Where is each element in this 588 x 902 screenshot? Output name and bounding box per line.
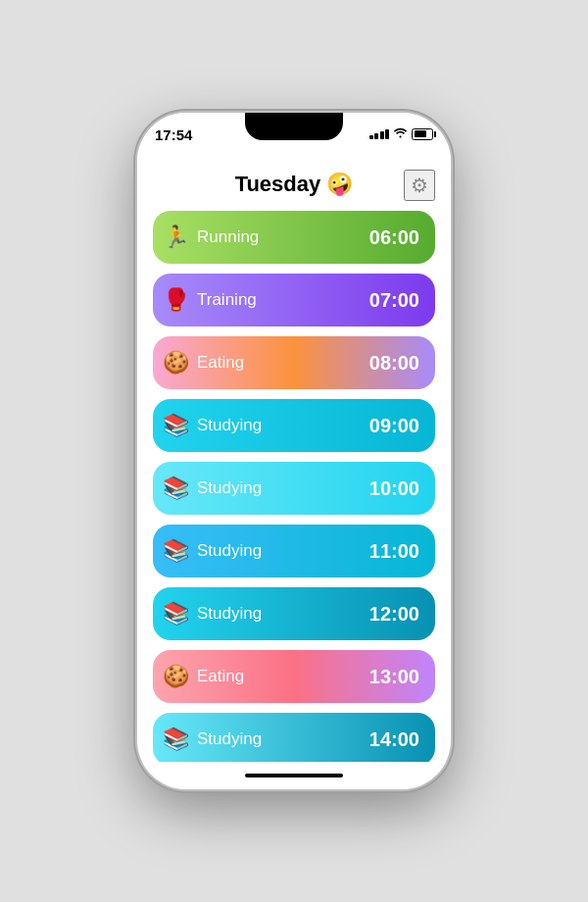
schedule-item[interactable]: 📚 Studying 09:00 (153, 399, 435, 452)
schedule-item[interactable]: 📚 Studying 14:00 (153, 713, 435, 762)
schedule-item[interactable]: 🥊 Training 07:00 (153, 274, 435, 326)
item-left: 📚 Studying (163, 603, 262, 625)
item-time: 07:00 (369, 289, 419, 312)
item-time: 11:00 (369, 540, 419, 563)
wifi-icon (393, 126, 408, 141)
home-bar (245, 774, 343, 777)
item-emoji: 🍪 (163, 352, 189, 374)
item-left: 🥊 Training (163, 289, 257, 311)
item-emoji: 📚 (163, 415, 189, 436)
schedule-item[interactable]: 🏃 Running 06:00 (153, 211, 435, 264)
item-left: 📚 Studying (163, 728, 262, 750)
item-emoji: 📚 (163, 728, 189, 750)
item-left: 📚 Studying (163, 540, 262, 562)
item-time: 09:00 (369, 415, 419, 437)
item-emoji: 🏃 (163, 226, 189, 248)
status-icons (369, 126, 434, 141)
item-label: Eating (197, 667, 244, 686)
schedule-item[interactable]: 🍪 Eating 13:00 (153, 650, 435, 703)
item-emoji: 📚 (163, 477, 189, 499)
item-time: 08:00 (369, 352, 419, 375)
schedule-item[interactable]: 📚 Studying 11:00 (153, 525, 435, 577)
status-time: 17:54 (155, 126, 192, 143)
item-emoji: 📚 (163, 540, 189, 562)
item-emoji: 🥊 (163, 289, 189, 311)
settings-button[interactable]: ⚙ (404, 170, 435, 201)
page-header: Tuesday 🤪 ⚙ (153, 164, 435, 211)
schedule-list: 🏃 Running 06:00 🥊 Training 07:00 🍪 Eatin… (153, 211, 435, 762)
schedule-item[interactable]: 📚 Studying 10:00 (153, 462, 435, 515)
item-time: 13:00 (369, 666, 419, 688)
schedule-item[interactable]: 📚 Studying 12:00 (153, 587, 435, 640)
item-time: 12:00 (369, 603, 419, 626)
page-title: Tuesday 🤪 (235, 172, 354, 197)
home-indicator (137, 762, 451, 789)
item-time: 14:00 (369, 728, 419, 751)
phone-frame: 17:54 Tuesday 🤪 (137, 113, 451, 789)
schedule-item[interactable]: 🍪 Eating 08:00 (153, 336, 435, 389)
item-time: 10:00 (369, 477, 419, 500)
item-label: Eating (197, 353, 244, 373)
item-left: 🍪 Eating (163, 352, 244, 374)
gear-icon: ⚙ (411, 174, 428, 197)
signal-icon (369, 129, 390, 139)
item-label: Studying (197, 541, 262, 561)
item-left: 🍪 Eating (163, 666, 244, 687)
item-emoji: 🍪 (163, 666, 189, 687)
phone-content[interactable]: Tuesday 🤪 ⚙ 🏃 Running 06:00 🥊 Training 0… (137, 164, 451, 762)
item-left: 📚 Studying (163, 477, 262, 499)
item-left: 🏃 Running (163, 226, 259, 248)
item-label: Studying (197, 416, 262, 435)
item-label: Training (197, 290, 257, 310)
battery-icon (412, 128, 433, 140)
item-label: Running (197, 227, 259, 247)
item-emoji: 📚 (163, 603, 189, 625)
item-label: Studying (197, 604, 262, 624)
item-left: 📚 Studying (163, 415, 262, 436)
item-label: Studying (197, 729, 262, 749)
notch (245, 113, 343, 140)
item-time: 06:00 (369, 226, 419, 249)
item-label: Studying (197, 478, 262, 498)
status-bar: 17:54 (137, 113, 451, 164)
